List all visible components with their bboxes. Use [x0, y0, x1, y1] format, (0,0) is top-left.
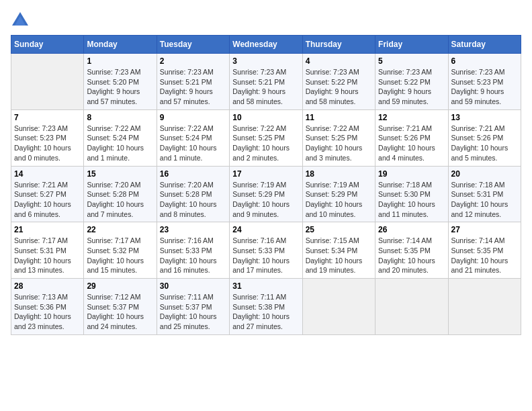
day-number: 27 — [451, 225, 518, 234]
calendar-cell — [11, 54, 84, 110]
calendar-week-row: 28Sunrise: 7:13 AMSunset: 5:36 PMDayligh… — [11, 279, 521, 335]
day-info: Sunrise: 7:17 AMSunset: 5:32 PMDaylight:… — [87, 236, 153, 275]
day-info: Sunrise: 7:19 AMSunset: 5:29 PMDaylight:… — [232, 180, 299, 220]
calendar-cell: 2Sunrise: 7:23 AMSunset: 5:21 PMDaylight… — [157, 54, 229, 110]
logo-icon — [11, 11, 30, 30]
day-number: 14 — [14, 169, 81, 179]
day-header: Thursday — [302, 36, 375, 54]
calendar-cell: 1Sunrise: 7:23 AMSunset: 5:20 PMDaylight… — [84, 54, 157, 110]
day-info: Sunrise: 7:19 AMSunset: 5:29 PMDaylight:… — [306, 180, 372, 220]
day-info: Sunrise: 7:14 AMSunset: 5:35 PMDaylight:… — [451, 236, 518, 275]
day-info: Sunrise: 7:16 AMSunset: 5:33 PMDaylight:… — [232, 236, 299, 275]
day-info: Sunrise: 7:18 AMSunset: 5:30 PMDaylight:… — [378, 180, 445, 220]
day-number: 1 — [87, 56, 153, 66]
day-number: 5 — [378, 56, 445, 66]
calendar-header: SundayMondayTuesdayWednesdayThursdayFrid… — [11, 36, 521, 54]
day-info: Sunrise: 7:14 AMSunset: 5:35 PMDaylight:… — [378, 236, 445, 275]
day-number: 4 — [306, 56, 372, 66]
calendar-cell: 4Sunrise: 7:23 AMSunset: 5:22 PMDaylight… — [302, 54, 375, 110]
day-number: 18 — [306, 169, 372, 179]
day-number: 26 — [378, 225, 445, 234]
day-number: 16 — [160, 169, 226, 179]
day-number: 3 — [232, 56, 299, 66]
page-header — [11, 11, 521, 30]
day-info: Sunrise: 7:23 AMSunset: 5:21 PMDaylight:… — [160, 67, 226, 107]
day-header: Tuesday — [157, 36, 229, 54]
day-info: Sunrise: 7:13 AMSunset: 5:36 PMDaylight:… — [14, 292, 81, 332]
calendar-cell: 11Sunrise: 7:22 AMSunset: 5:25 PMDayligh… — [302, 109, 375, 166]
calendar-cell: 21Sunrise: 7:17 AMSunset: 5:31 PMDayligh… — [11, 222, 84, 279]
day-header: Wednesday — [230, 36, 302, 54]
calendar-week-row: 1Sunrise: 7:23 AMSunset: 5:20 PMDaylight… — [11, 54, 521, 110]
calendar-cell: 9Sunrise: 7:22 AMSunset: 5:24 PMDaylight… — [157, 109, 229, 166]
calendar-cell: 15Sunrise: 7:20 AMSunset: 5:28 PMDayligh… — [84, 166, 157, 222]
day-info: Sunrise: 7:15 AMSunset: 5:34 PMDaylight:… — [306, 236, 372, 275]
calendar-cell: 27Sunrise: 7:14 AMSunset: 5:35 PMDayligh… — [448, 222, 521, 279]
day-info: Sunrise: 7:12 AMSunset: 5:37 PMDaylight:… — [87, 292, 153, 332]
calendar-cell: 25Sunrise: 7:15 AMSunset: 5:34 PMDayligh… — [302, 222, 375, 279]
day-info: Sunrise: 7:11 AMSunset: 5:37 PMDaylight:… — [160, 292, 226, 332]
calendar-cell: 3Sunrise: 7:23 AMSunset: 5:21 PMDaylight… — [230, 54, 302, 110]
calendar-cell: 13Sunrise: 7:21 AMSunset: 5:26 PMDayligh… — [448, 109, 521, 166]
calendar-cell — [302, 279, 375, 335]
day-info: Sunrise: 7:23 AMSunset: 5:23 PMDaylight:… — [14, 124, 81, 163]
calendar-cell: 18Sunrise: 7:19 AMSunset: 5:29 PMDayligh… — [302, 166, 375, 222]
day-number: 19 — [378, 169, 445, 179]
day-number: 24 — [232, 225, 299, 234]
calendar-cell: 22Sunrise: 7:17 AMSunset: 5:32 PMDayligh… — [84, 222, 157, 279]
calendar-cell: 20Sunrise: 7:18 AMSunset: 5:31 PMDayligh… — [448, 166, 521, 222]
calendar-body: 1Sunrise: 7:23 AMSunset: 5:20 PMDaylight… — [11, 54, 521, 335]
calendar-cell: 7Sunrise: 7:23 AMSunset: 5:23 PMDaylight… — [11, 109, 84, 166]
calendar-cell: 26Sunrise: 7:14 AMSunset: 5:35 PMDayligh… — [375, 222, 448, 279]
calendar-cell: 12Sunrise: 7:21 AMSunset: 5:26 PMDayligh… — [375, 109, 448, 166]
day-info: Sunrise: 7:11 AMSunset: 5:38 PMDaylight:… — [232, 292, 299, 332]
day-header: Friday — [375, 36, 448, 54]
day-number: 10 — [232, 113, 299, 122]
day-info: Sunrise: 7:16 AMSunset: 5:33 PMDaylight:… — [160, 236, 226, 275]
day-info: Sunrise: 7:23 AMSunset: 5:22 PMDaylight:… — [306, 67, 372, 107]
day-info: Sunrise: 7:23 AMSunset: 5:20 PMDaylight:… — [87, 67, 153, 107]
calendar-week-row: 14Sunrise: 7:21 AMSunset: 5:27 PMDayligh… — [11, 166, 521, 222]
day-number: 31 — [232, 281, 299, 291]
logo — [11, 11, 32, 30]
calendar-header-row: SundayMondayTuesdayWednesdayThursdayFrid… — [11, 36, 521, 54]
calendar-cell — [375, 279, 448, 335]
calendar-cell: 10Sunrise: 7:22 AMSunset: 5:25 PMDayligh… — [230, 109, 302, 166]
calendar-cell: 30Sunrise: 7:11 AMSunset: 5:37 PMDayligh… — [157, 279, 229, 335]
day-info: Sunrise: 7:17 AMSunset: 5:31 PMDaylight:… — [14, 236, 81, 275]
day-number: 13 — [451, 113, 518, 122]
day-info: Sunrise: 7:20 AMSunset: 5:28 PMDaylight:… — [160, 180, 226, 220]
calendar-cell: 16Sunrise: 7:20 AMSunset: 5:28 PMDayligh… — [157, 166, 229, 222]
day-info: Sunrise: 7:22 AMSunset: 5:25 PMDaylight:… — [232, 124, 299, 163]
day-info: Sunrise: 7:22 AMSunset: 5:25 PMDaylight:… — [306, 124, 372, 163]
day-info: Sunrise: 7:22 AMSunset: 5:24 PMDaylight:… — [160, 124, 226, 163]
calendar-cell — [448, 279, 521, 335]
calendar-cell: 6Sunrise: 7:23 AMSunset: 5:23 PMDaylight… — [448, 54, 521, 110]
day-number: 8 — [87, 113, 153, 122]
calendar-cell: 31Sunrise: 7:11 AMSunset: 5:38 PMDayligh… — [230, 279, 302, 335]
day-number: 11 — [306, 113, 372, 122]
day-number: 9 — [160, 113, 226, 122]
day-number: 28 — [14, 281, 81, 291]
day-info: Sunrise: 7:18 AMSunset: 5:31 PMDaylight:… — [451, 180, 518, 220]
day-info: Sunrise: 7:21 AMSunset: 5:26 PMDaylight:… — [451, 124, 518, 163]
calendar-cell: 29Sunrise: 7:12 AMSunset: 5:37 PMDayligh… — [84, 279, 157, 335]
day-number: 21 — [14, 225, 81, 234]
day-number: 25 — [306, 225, 372, 234]
day-info: Sunrise: 7:23 AMSunset: 5:23 PMDaylight:… — [451, 67, 518, 107]
calendar-cell: 8Sunrise: 7:22 AMSunset: 5:24 PMDaylight… — [84, 109, 157, 166]
day-header: Monday — [84, 36, 157, 54]
day-number: 22 — [87, 225, 153, 234]
day-info: Sunrise: 7:23 AMSunset: 5:22 PMDaylight:… — [378, 67, 445, 107]
day-info: Sunrise: 7:23 AMSunset: 5:21 PMDaylight:… — [232, 67, 299, 107]
calendar-table: SundayMondayTuesdayWednesdayThursdayFrid… — [11, 35, 521, 335]
calendar-cell: 23Sunrise: 7:16 AMSunset: 5:33 PMDayligh… — [157, 222, 229, 279]
day-info: Sunrise: 7:22 AMSunset: 5:24 PMDaylight:… — [87, 124, 153, 163]
calendar-cell: 24Sunrise: 7:16 AMSunset: 5:33 PMDayligh… — [230, 222, 302, 279]
day-number: 7 — [14, 113, 81, 122]
calendar-cell: 28Sunrise: 7:13 AMSunset: 5:36 PMDayligh… — [11, 279, 84, 335]
day-number: 15 — [87, 169, 153, 179]
day-number: 29 — [87, 281, 153, 291]
day-number: 12 — [378, 113, 445, 122]
calendar-cell: 14Sunrise: 7:21 AMSunset: 5:27 PMDayligh… — [11, 166, 84, 222]
